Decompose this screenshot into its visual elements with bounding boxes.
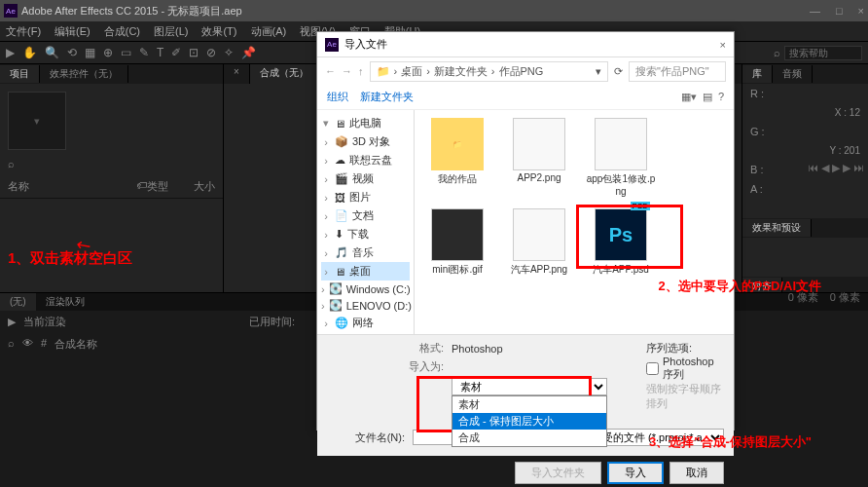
next-frame-icon[interactable]: ▶ bbox=[843, 162, 850, 174]
crumb-desktop[interactable]: 桌面 bbox=[401, 64, 422, 79]
close-button[interactable]: × bbox=[858, 5, 864, 17]
dialog-search[interactable]: 搜索"作品PNG" bbox=[629, 61, 726, 82]
tab-audio[interactable]: 音频 bbox=[773, 65, 813, 83]
roto-tool-icon[interactable]: ✧ bbox=[224, 46, 234, 59]
last-frame-icon[interactable]: ⏭ bbox=[853, 162, 864, 174]
crumb-newfolder[interactable]: 新建文件夹 bbox=[434, 64, 488, 79]
tab-timeline-none[interactable]: (无) bbox=[0, 293, 36, 311]
layer-eye-icon[interactable]: 👁 bbox=[22, 337, 33, 352]
stamp-tool-icon[interactable]: ⊡ bbox=[189, 46, 199, 59]
organize-button[interactable]: 组织 bbox=[327, 90, 348, 104]
col-type[interactable]: 类型 bbox=[147, 179, 186, 194]
eraser-tool-icon[interactable]: ⊘ bbox=[206, 46, 216, 59]
window-title: Adobe After Effects CC 2015 - 无标题项目.aep bbox=[21, 4, 810, 19]
menu-edit[interactable]: 编辑(E) bbox=[54, 24, 90, 39]
dialog-close-button[interactable]: × bbox=[720, 39, 726, 51]
titlebar: Ae Adobe After Effects CC 2015 - 无标题项目.a… bbox=[0, 0, 868, 21]
pen-tool-icon[interactable]: ✎ bbox=[139, 46, 149, 59]
tree-desktop[interactable]: ›🖥桌面 bbox=[321, 262, 410, 281]
import-folder-button[interactable]: 导入文件夹 bbox=[515, 462, 601, 484]
tree-music[interactable]: ›🎵音乐 bbox=[321, 244, 410, 262]
menu-animation[interactable]: 动画(A) bbox=[251, 24, 287, 39]
breadcrumb[interactable]: 📁 › 桌面 › 新建文件夹 › 作品PNG ▾ bbox=[370, 61, 609, 82]
col-size[interactable]: 大小 bbox=[186, 179, 215, 194]
tab-project[interactable]: 项目 bbox=[0, 65, 40, 83]
dd-footage[interactable]: 素材 bbox=[452, 396, 606, 413]
import-dialog: Ae 导入文件 × ← → ↑ 📁 › 桌面 › 新建文件夹 › 作品PNG ▾… bbox=[316, 31, 735, 431]
import-as-select[interactable]: 素材 bbox=[452, 378, 607, 395]
help-icon[interactable]: ? bbox=[718, 91, 724, 103]
brush-tool-icon[interactable]: ✐ bbox=[171, 46, 181, 59]
file-folder-works[interactable]: 📁 我的作品 bbox=[422, 118, 492, 197]
menu-file[interactable]: 文件(F) bbox=[6, 24, 41, 39]
puppet-tool-icon[interactable]: 📌 bbox=[241, 46, 256, 59]
minimize-button[interactable]: — bbox=[810, 5, 820, 17]
hand-tool-icon[interactable]: ✋ bbox=[22, 46, 37, 59]
import-button[interactable]: 导入 bbox=[607, 462, 664, 484]
anchor-tool-icon[interactable]: ⊕ bbox=[103, 46, 113, 59]
comp-tab[interactable]: 合成（无） bbox=[250, 64, 319, 84]
selection-tool-icon[interactable]: ▶ bbox=[6, 46, 15, 59]
maximize-button[interactable]: □ bbox=[836, 5, 843, 17]
menu-effect[interactable]: 效果(T) bbox=[201, 24, 236, 39]
format-value: Photoshop bbox=[452, 343, 503, 355]
nav-back-icon[interactable]: ← bbox=[325, 65, 336, 77]
tab-effects-presets[interactable]: 效果和预设 bbox=[742, 219, 812, 237]
new-folder-button[interactable]: 新建文件夹 bbox=[360, 90, 414, 104]
rotate-tool-icon[interactable]: ⟲ bbox=[67, 46, 77, 59]
psd-thumb-icon: PsPSD bbox=[595, 208, 647, 261]
tree-cloud[interactable]: ›☁联想云盘 bbox=[321, 151, 410, 169]
view-icons-button[interactable]: ▦▾ bbox=[681, 91, 697, 103]
dd-comp[interactable]: 合成 bbox=[452, 430, 606, 446]
tree-pics[interactable]: ›🖼图片 bbox=[321, 188, 410, 206]
file-mini-gif[interactable]: mini图标.gif bbox=[422, 208, 492, 277]
crumb-works[interactable]: 作品PNG bbox=[499, 64, 544, 79]
nav-up-icon[interactable]: ↑ bbox=[358, 65, 364, 77]
tree-video[interactable]: ›🎬视频 bbox=[321, 169, 410, 188]
refresh-icon[interactable]: ⟳ bbox=[614, 65, 623, 78]
col-name[interactable]: 名称 bbox=[8, 179, 136, 194]
view-details-button[interactable]: ▤ bbox=[703, 91, 712, 103]
dialog-body: ▾🖥此电脑 ›📦3D 对象 ›☁联想云盘 ›🎬视频 ›🖼图片 ›📄文档 ›⬇下载… bbox=[317, 110, 734, 334]
comp-tab-close[interactable]: × bbox=[224, 64, 250, 84]
tree-thispc[interactable]: ▾🖥此电脑 bbox=[321, 114, 410, 132]
col-tag-icon[interactable]: 🏷 bbox=[136, 179, 147, 194]
shape-tool-icon[interactable]: ▭ bbox=[121, 46, 131, 59]
file-app-wrap[interactable]: app包装1修改.png bbox=[586, 118, 656, 197]
prev-frame-icon[interactable]: ◀ bbox=[821, 162, 829, 174]
cancel-button[interactable]: 取消 bbox=[669, 462, 724, 484]
menu-composition[interactable]: 合成(C) bbox=[104, 24, 140, 39]
file-app2[interactable]: APP2.png bbox=[504, 118, 574, 197]
folder-tree: ▾🖥此电脑 ›📦3D 对象 ›☁联想云盘 ›🎬视频 ›🖼图片 ›📄文档 ›⬇下载… bbox=[317, 110, 415, 334]
layer-search-icon[interactable]: ⌕ bbox=[8, 337, 15, 352]
dd-comp-retain[interactable]: 合成 - 保持图层大小 bbox=[452, 413, 606, 430]
camera-tool-icon[interactable]: ▦ bbox=[85, 46, 95, 59]
text-tool-icon[interactable]: T bbox=[157, 46, 163, 59]
search-icon: ⌕ bbox=[774, 47, 780, 58]
tab-effect-controls[interactable]: 效果控件（无） bbox=[40, 65, 128, 83]
tree-network[interactable]: ›🌐网络 bbox=[321, 314, 410, 332]
file-car-psd[interactable]: PsPSD 汽车APP.psd bbox=[586, 208, 656, 277]
crumb-dropdown-icon[interactable]: ▾ bbox=[596, 65, 601, 78]
tree-3d[interactable]: ›📦3D 对象 bbox=[321, 132, 410, 151]
project-search[interactable]: ⌕ bbox=[0, 158, 223, 169]
tree-winc[interactable]: ›💽Windows (C:) bbox=[321, 281, 410, 297]
play-icon[interactable]: ▶ bbox=[8, 316, 16, 328]
tree-dl[interactable]: ›⬇下载 bbox=[321, 225, 410, 244]
project-thumbnail[interactable]: ▾ bbox=[8, 92, 66, 150]
layer-num: # bbox=[41, 337, 47, 352]
search-help-input[interactable] bbox=[784, 46, 862, 60]
play-icon[interactable]: ▶ bbox=[832, 162, 840, 174]
ps-seq-checkbox[interactable] bbox=[646, 362, 659, 375]
tab-render-queue[interactable]: 渲染队列 bbox=[36, 293, 94, 311]
nav-forward-icon[interactable]: → bbox=[342, 65, 352, 77]
first-frame-icon[interactable]: ⏮ bbox=[808, 162, 818, 174]
tab-library[interactable]: 库 bbox=[742, 65, 773, 83]
b-label: B : bbox=[750, 164, 763, 175]
file-list: 📁 我的作品 APP2.png app包装1修改.png mini图标.gif … bbox=[415, 110, 734, 334]
tree-lenovod[interactable]: ›💽LENOVO (D:) bbox=[321, 297, 410, 314]
zoom-tool-icon[interactable]: 🔍 bbox=[45, 46, 59, 59]
file-car-png[interactable]: 汽车APP.png bbox=[504, 208, 574, 277]
tree-docs[interactable]: ›📄文档 bbox=[321, 206, 410, 225]
menu-layer[interactable]: 图层(L) bbox=[154, 24, 188, 39]
